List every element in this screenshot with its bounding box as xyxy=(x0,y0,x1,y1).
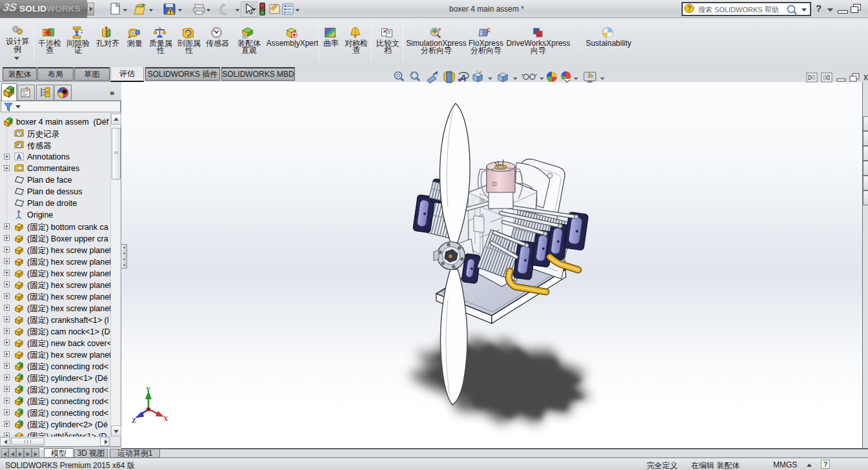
svg-text:X: X xyxy=(163,415,168,422)
svg-text:?: ? xyxy=(687,5,691,12)
svg-text:Z: Z xyxy=(132,417,136,424)
svg-text:Y: Y xyxy=(146,386,151,393)
